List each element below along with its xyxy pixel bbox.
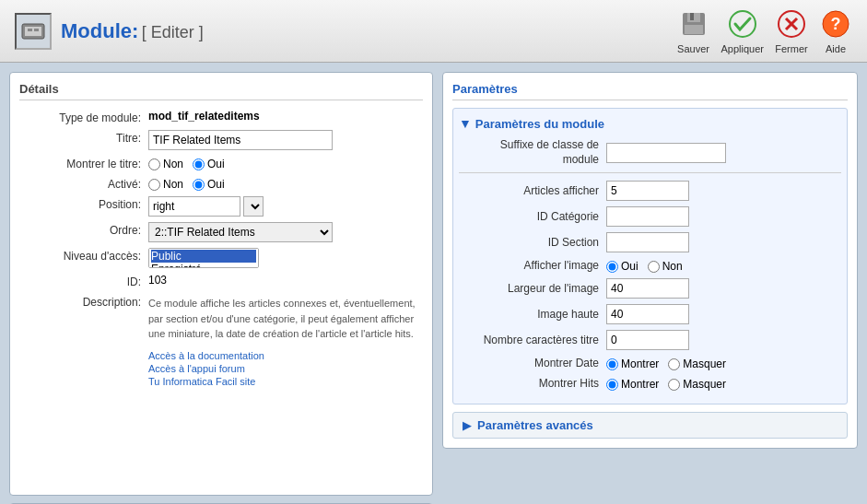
active-radios: Non Oui: [148, 176, 423, 191]
montrer-titre-row: Montrer le titre: Non Oui: [19, 156, 423, 170]
module-icon: [15, 13, 52, 50]
montrer-titre-oui-label[interactable]: Oui: [193, 158, 225, 170]
id-row: ID: 103: [19, 274, 423, 288]
suffixe-value: [606, 143, 841, 163]
advanced-arrow-icon: ▶: [463, 418, 472, 432]
main-content: Détails Type de module: mod_tif_relatedi…: [0, 63, 867, 504]
afficher-image-row: Afficher l'image Oui Non: [459, 258, 841, 273]
nb-chars-input[interactable]: [606, 330, 689, 350]
montrer-date-radios: Montrer Masquer: [606, 356, 841, 370]
montrer-hits-montrer-label[interactable]: Montrer: [606, 378, 659, 391]
save-button[interactable]: Sauver: [677, 7, 710, 54]
montrer-date-montrer-label[interactable]: Montrer: [606, 357, 659, 370]
ordre-row: Ordre: 2::TIF Related Items: [19, 222, 423, 242]
active-non-label[interactable]: Non: [148, 178, 183, 191]
svg-text:?: ?: [831, 15, 841, 33]
afficher-image-oui-label[interactable]: Oui: [606, 260, 639, 273]
montrer-hits-label: Montrer Hits: [459, 377, 606, 390]
niveau-acces-listbox: Public Enregistré Spécial: [148, 248, 423, 268]
articles-value: [606, 181, 841, 201]
articles-label: Articles afficher: [459, 184, 606, 197]
ordre-value: 2::TIF Related Items: [148, 222, 423, 242]
suffixe-label: Suffixe de classe demodule: [459, 138, 606, 167]
montrer-date-row: Montrer Date Montrer Masquer: [459, 356, 841, 370]
nb-chars-value: [606, 330, 841, 350]
description-label: Description:: [19, 294, 148, 309]
montrer-titre-non-label[interactable]: Non: [148, 158, 183, 170]
position-input[interactable]: [148, 196, 240, 217]
svg-rect-6: [690, 13, 694, 20]
advanced-params-section[interactable]: ▶ Paramètres avancés: [452, 412, 848, 439]
params-title: Paramètres: [452, 82, 518, 96]
montrer-hits-masquer-radio[interactable]: [668, 379, 680, 391]
montrer-hits-row: Montrer Hits Montrer Masquer: [459, 376, 841, 391]
montrer-hits-montrer-radio[interactable]: [606, 379, 618, 391]
afficher-image-non-radio[interactable]: [648, 261, 660, 273]
id-categorie-value: [606, 206, 841, 227]
montrer-titre-non-radio[interactable]: [148, 158, 160, 170]
suffixe-row: Suffixe de classe demodule: [459, 138, 841, 167]
largeur-image-row: Largeur de l'image: [459, 278, 841, 299]
image-haute-row: Image haute: [459, 304, 841, 324]
help-button[interactable]: ? Aide: [819, 7, 852, 54]
toolbar: Module: [ Editer ] Sauver Appliquer Ferm…: [0, 0, 867, 63]
apply-button[interactable]: Appliquer: [721, 7, 764, 54]
details-title: Détails: [19, 82, 423, 100]
montrer-date-montrer-radio[interactable]: [606, 358, 618, 370]
toolbar-actions: Sauver Appliquer Fermer ? Aide: [677, 7, 852, 54]
largeur-image-value: [606, 278, 841, 299]
page-title: Module: [ Editer ]: [61, 19, 204, 43]
image-haute-label: Image haute: [459, 308, 606, 321]
svg-rect-1: [25, 27, 41, 36]
largeur-image-input[interactable]: [606, 278, 689, 299]
type-label: Type de module:: [19, 110, 148, 124]
svg-rect-3: [34, 29, 39, 31]
montrer-titre-oui-radio[interactable]: [193, 158, 205, 170]
ordre-label: Ordre:: [19, 222, 148, 237]
niveau-acces-label: Niveau d'accès:: [19, 248, 148, 263]
collapse-arrow-icon[interactable]: ▼: [459, 116, 472, 131]
montrer-date-masquer-label[interactable]: Masquer: [668, 357, 726, 370]
image-haute-input[interactable]: [606, 304, 689, 324]
link-forum[interactable]: Accès à l'appui forum: [148, 363, 245, 374]
link-site[interactable]: Tu Informatica Facil site: [148, 376, 255, 387]
module-icon-svg: [20, 18, 46, 44]
suffixe-input[interactable]: [606, 143, 726, 163]
montrer-titre-radios: Non Oui: [148, 156, 423, 170]
active-non-radio[interactable]: [148, 179, 160, 191]
access-level-listbox[interactable]: Public Enregistré Spécial: [148, 248, 259, 268]
afficher-image-non-label[interactable]: Non: [648, 260, 683, 273]
ordre-select[interactable]: 2::TIF Related Items: [148, 222, 333, 242]
titre-value: [148, 130, 423, 150]
position-value: [148, 196, 423, 217]
montrer-hits-masquer-label[interactable]: Masquer: [668, 378, 726, 391]
id-section-label: ID Section: [459, 236, 606, 249]
params-header: Paramètres: [452, 82, 848, 100]
image-haute-value: [606, 304, 841, 324]
link-documentation[interactable]: Accès à la documentation: [148, 350, 264, 361]
afficher-image-radios: Oui Non: [606, 258, 841, 273]
type-value: mod_tif_relateditems: [148, 110, 423, 123]
largeur-image-label: Largeur de l'image: [459, 282, 606, 295]
titre-input[interactable]: [148, 130, 333, 150]
articles-input[interactable]: [606, 181, 689, 201]
module-params-title: Paramètres du module: [475, 117, 604, 131]
niveau-acces-row: Niveau d'accès: Public Enregistré Spécia…: [19, 248, 423, 268]
close-icon: [775, 7, 808, 41]
id-section-input[interactable]: [606, 232, 689, 252]
svg-rect-7: [685, 25, 703, 34]
description-text: Ce module affiche les articles connexes …: [148, 296, 423, 342]
close-button[interactable]: Fermer: [775, 7, 808, 54]
montrer-date-masquer-radio[interactable]: [668, 358, 680, 370]
afficher-image-oui-radio[interactable]: [606, 261, 618, 273]
id-section-value: [606, 232, 841, 252]
afficher-image-label: Afficher l'image: [459, 259, 606, 272]
apply-icon: [726, 7, 759, 41]
description-links: Accès à la documentation Accès à l'appui…: [148, 349, 423, 388]
active-oui-radio[interactable]: [193, 179, 205, 191]
position-select[interactable]: [243, 196, 264, 217]
active-oui-label[interactable]: Oui: [193, 178, 225, 191]
id-categorie-input[interactable]: [606, 206, 689, 227]
montrer-hits-radios: Montrer Masquer: [606, 376, 841, 391]
id-categorie-row: ID Catégorie: [459, 206, 841, 227]
